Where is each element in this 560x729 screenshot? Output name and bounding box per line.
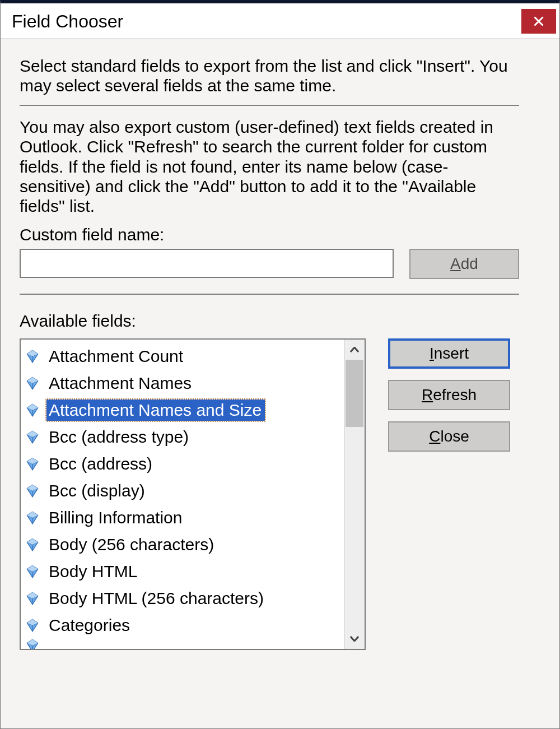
dialog-body: Select standard fields to export from th… (0, 39, 560, 729)
list-item[interactable]: Body HTML (256 characters) (26, 585, 344, 612)
list-item[interactable] (26, 639, 344, 649)
list-item[interactable]: Attachment Names (26, 370, 344, 397)
chevron-up-icon (350, 347, 359, 352)
scroll-down-button[interactable] (344, 629, 365, 649)
list-item-label (46, 639, 52, 643)
list-item-label: Attachment Count (46, 346, 186, 367)
title-bar: Field Chooser (0, 0, 560, 39)
separator (20, 294, 519, 295)
chevron-down-icon (350, 636, 359, 642)
field-icon (26, 511, 39, 524)
list-item[interactable]: Billing Information (26, 504, 344, 531)
available-fields-row: Attachment CountAttachment NamesAttachme… (20, 338, 519, 650)
field-icon (26, 619, 39, 632)
list-item-label: Attachment Names and Size (46, 400, 265, 421)
list-item-label: Categories (46, 615, 133, 636)
instructions-primary: Select standard fields to export from th… (20, 56, 518, 96)
instructions-secondary: You may also export custom (user-defined… (20, 117, 518, 216)
custom-field-name-input[interactable] (20, 249, 394, 278)
close-button[interactable] (521, 9, 556, 34)
list-item-label: Bcc (display) (46, 480, 148, 502)
field-icon (26, 538, 39, 551)
list-item[interactable]: Attachment Count (26, 343, 344, 370)
scroll-up-button[interactable] (344, 340, 365, 360)
available-fields-listbox[interactable]: Attachment CountAttachment NamesAttachme… (20, 338, 366, 650)
scrollbar-track[interactable] (344, 360, 365, 629)
list-item-label: Body HTML (256 characters) (46, 588, 267, 609)
list-item-label: Bcc (address type) (46, 426, 192, 448)
field-icon (26, 350, 39, 363)
field-icon (26, 430, 39, 444)
dialog-title: Field Chooser (12, 11, 123, 31)
list-item[interactable]: Bcc (address type) (26, 424, 344, 451)
separator (20, 105, 519, 106)
list-item-label: Bcc (address) (46, 453, 156, 475)
list-item-label: Attachment Names (46, 373, 195, 394)
list-item-label: Body (256 characters) (46, 534, 217, 555)
scrollbar-thumb[interactable] (346, 360, 363, 427)
add-button[interactable]: Add (409, 249, 519, 279)
custom-field-row: Add (20, 249, 519, 279)
refresh-button[interactable]: Refresh (388, 380, 510, 410)
list-item[interactable]: Body HTML (26, 558, 344, 585)
field-icon (26, 457, 39, 471)
right-button-column: Insert Refresh Close (388, 338, 510, 650)
list-item[interactable]: Bcc (display) (26, 477, 344, 504)
list-item-label: Billing Information (46, 507, 185, 528)
listbox-scrollbar[interactable] (344, 340, 365, 649)
list-item[interactable]: Bcc (address) (26, 451, 344, 477)
field-icon (26, 639, 39, 649)
field-icon (26, 592, 39, 605)
field-icon (26, 403, 39, 417)
insert-button[interactable]: Insert (388, 338, 510, 369)
list-item[interactable]: Attachment Names and Size (26, 397, 344, 424)
list-item[interactable]: Categories (26, 612, 344, 639)
list-item-label: Body HTML (46, 561, 141, 582)
field-icon (26, 565, 39, 578)
available-fields-items: Attachment CountAttachment NamesAttachme… (21, 340, 344, 649)
list-item[interactable]: Body (256 characters) (26, 531, 344, 558)
close-icon (534, 16, 544, 26)
field-icon (26, 484, 39, 498)
close-dialog-button[interactable]: Close (388, 421, 510, 452)
field-icon (26, 377, 39, 390)
custom-field-name-label: Custom field name: (20, 225, 539, 244)
available-fields-label: Available fields: (20, 312, 539, 331)
